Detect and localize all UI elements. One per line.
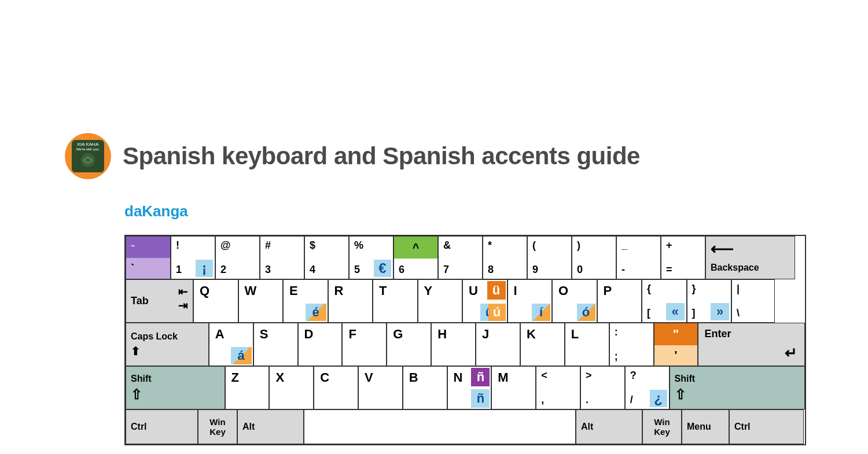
key-s: S [253,323,298,366]
key-shift-left: Shift ⇧ [126,366,225,409]
key-c: C [314,366,358,409]
key-z: Z [225,366,270,409]
avatar: KIA KAHA We're with you. [65,133,111,179]
avatar-text1: KIA KAHA [72,142,104,147]
key-space [304,409,576,444]
accent-inverted-exclaim: ¡ [196,260,213,277]
key-j: J [476,323,520,366]
key-win-right: Win Key [642,409,682,444]
enter-arrow-icon: ↵ [785,344,797,362]
key-k: K [520,323,565,366]
key-r: R [328,279,373,323]
accent-i-acute: í [532,304,550,321]
accent-a-acute: á [231,347,252,364]
key-leftbracket: { [ « [642,279,687,323]
key-5: % 5 € [349,236,393,279]
author-link[interactable]: daKanga [124,202,806,220]
key-h: H [431,323,476,366]
key-t: T [373,279,418,323]
key-3: #3 [260,236,304,279]
key-o: O ó [552,279,597,323]
key-f: F [342,323,387,366]
key-1: ! 1 ¡ [171,236,215,279]
key-x: X [269,366,314,409]
key-0: )0 [572,236,616,279]
arrow-left-icon: ⟵ [711,241,734,257]
key-shift-right: Shift ⇧ [670,366,805,409]
key-slash: ? / ¿ [625,366,670,409]
key-backspace: ⟵ Backspace [705,236,795,279]
avatar-text2: We're with you. [72,147,104,152]
key-7: &7 [438,236,483,279]
key-d: D [298,323,343,366]
key-menu: Menu [682,409,729,444]
key-9: (9 [527,236,572,279]
accent-laquo: « [666,303,685,320]
accent-euro: € [374,260,391,277]
key-tab: Tab ⇤⇥ [126,279,193,323]
key-comma: <, [536,366,580,409]
key-e: E é [283,279,328,323]
key-quote: " ' [654,323,698,366]
key-equals: += [661,236,705,279]
key-alt-left: Alt [237,409,304,444]
key-4: $4 [304,236,349,279]
caret-highlight: ^ [394,237,437,259]
key-win-left: Win Key [198,409,237,444]
accent-u-diaeresis-upper: ü [487,281,506,300]
key-backtick: ~ ` [126,236,171,279]
shift-arrow-icon: ⇧ [675,386,804,403]
key-2: @2 [215,236,260,279]
capslock-arrow-icon: ⬆ [131,344,208,358]
accent-raquo: » [711,303,729,320]
key-capslock: Caps Lock ⬆ [126,323,209,366]
key-8: *8 [483,236,527,279]
key-6: ^ 6 [393,236,438,279]
header: KIA KAHA We're with you. Spanish keyboar… [65,133,806,179]
key-minus: _- [616,236,661,279]
key-rightbracket: } ] » [687,279,732,323]
accent-u-acute: ú [488,304,506,321]
key-enter: Enter ↵ [698,323,805,366]
accent-e-acute: é [306,304,326,321]
shift-arrow-icon: ⇧ [131,386,225,403]
key-period: >. [580,366,625,409]
key-y: Y [418,279,463,323]
key-i: I í [507,279,553,323]
key-ctrl-right: Ctrl [729,409,804,444]
key-ctrl-left: Ctrl [126,409,198,444]
accent-n-tilde: ñ [471,389,490,408]
key-semicolon: : ; [609,323,654,366]
page-title: Spanish keyboard and Spanish accents gui… [123,142,640,170]
accent-n-tilde-upper: ñ [471,368,490,386]
key-a: A á [209,323,253,366]
key-alt-right: Alt [576,409,642,444]
key-n: N ñ ñ [447,366,492,409]
key-backslash: | \ [731,279,775,323]
tab-arrows-icon: ⇤⇥ [178,285,188,312]
key-l: L [565,323,609,366]
key-b: B [403,366,447,409]
accent-inverted-question: ¿ [650,390,667,407]
key-g: G [387,323,431,366]
key-w: W [238,279,284,323]
accent-o-acute: ó [577,304,595,321]
keyboard-diagram: ~ ` ! 1 ¡ @2 #3 $4 % 5 € ^ 6 &7 *8 (9 [124,235,806,445]
key-q: Q [193,279,238,323]
key-m: M [491,366,536,409]
key-p: P [597,279,642,323]
key-v: V [358,366,403,409]
key-u: U ü ü ú [462,279,507,323]
